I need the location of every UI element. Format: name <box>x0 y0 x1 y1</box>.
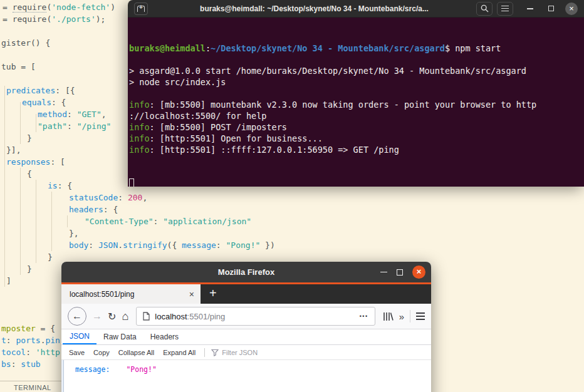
back-icon: ← <box>72 311 82 322</box>
text-token: "path" <box>38 121 67 131</box>
new-tab-button[interactable] <box>134 3 148 15</box>
text-token: "/ping" <box>77 121 112 131</box>
text-token: body <box>69 240 88 250</box>
url-bar[interactable]: localhost:5501/ping ••• <box>136 307 375 326</box>
text-token: } <box>27 264 32 274</box>
overflow-menu-button[interactable]: » <box>399 311 404 322</box>
text-token: = { <box>36 324 55 333</box>
home-button[interactable]: ⌂ <box>122 310 128 323</box>
text-token: . <box>118 240 123 250</box>
library-icon[interactable] <box>383 312 394 321</box>
terminal-body[interactable]: buraks@heimdall:~/Desktop/skynet/No 34 -… <box>128 18 584 187</box>
text-token: : <box>26 348 36 357</box>
toolbar-button-copy[interactable]: Copy <box>93 349 110 356</box>
text-token: : <box>67 121 77 131</box>
minimize-button[interactable] <box>380 272 387 273</box>
terminal-output: buraks@heimdall:~/Desktop/skynet/No 34 -… <box>129 43 583 155</box>
text-token: ) <box>110 3 115 12</box>
text-token: $ npm start <box>445 43 501 53</box>
text-token: ] <box>6 276 11 286</box>
viewer-tab-headers[interactable]: Headers <box>143 329 185 344</box>
page-actions-icon[interactable]: ••• <box>360 313 368 319</box>
text-token: gister() { <box>1 38 50 48</box>
tab-title: localhost:5501/ping <box>70 290 134 299</box>
code-line: statusCode: 200, <box>1 192 584 204</box>
text-token: = <box>3 14 13 24</box>
double-chevron-icon: » <box>399 311 404 322</box>
text-token: , <box>102 110 107 119</box>
text-token: : [ <box>50 157 65 167</box>
viewer-tabs: JSONRaw DataHeaders <box>61 329 431 345</box>
menu-button[interactable] <box>497 2 513 16</box>
terminal-line: info: [http:5501] ::ffff:127.0.0.1:56950… <box>129 144 583 155</box>
toolbar-button-collapse-all[interactable]: Collapse All <box>118 349 154 356</box>
text-token: headers <box>69 205 103 214</box>
text-token: 'node-fetch' <box>51 3 110 12</box>
text-token: predicates <box>6 86 55 95</box>
search-button[interactable] <box>476 2 493 16</box>
toolbar-button-expand-all[interactable]: Expand All <box>163 349 196 356</box>
text-token: : [mb:5500] POST /imposters <box>150 122 287 132</box>
text-token: ); <box>96 14 106 24</box>
text-token: : <box>118 193 128 202</box>
text-token: }, <box>69 229 79 238</box>
terminal-titlebar[interactable]: buraks@heimdall: ~/Desktop/skynet/No 34 … <box>128 0 584 18</box>
minimize-button[interactable] <box>527 8 533 9</box>
app-menu-button[interactable] <box>416 312 425 319</box>
viewer-tab-json[interactable]: JSON <box>63 329 96 344</box>
url-text: localhost:5501/ping <box>155 312 225 321</box>
hamburger-icon <box>501 6 509 12</box>
code-line: headers: { <box>1 204 584 215</box>
search-icon <box>481 4 489 13</box>
toolbar-separator <box>204 348 205 357</box>
text-token: is <box>48 181 58 190</box>
close-button[interactable]: × <box>565 3 578 15</box>
new-tab-button[interactable]: + <box>201 284 226 304</box>
text-token: stringify <box>123 240 167 250</box>
text-token: { <box>27 169 32 178</box>
text-token: } <box>27 133 32 143</box>
text-token: "application/json" <box>163 217 251 226</box>
toolbar-button-save[interactable]: Save <box>69 349 85 356</box>
window-title: Mozilla Firefox <box>61 262 431 282</box>
page-icon <box>143 312 150 321</box>
reload-button[interactable]: ↻ <box>108 311 116 322</box>
forward-button[interactable]: → <box>92 311 102 322</box>
text-token: 'http <box>36 348 60 357</box>
text-token: ://localhost:5500/ for help <box>129 111 266 121</box>
viewer-tab-raw-data[interactable]: Raw Data <box>96 329 143 344</box>
filter-json-input[interactable] <box>222 349 303 356</box>
browser-tab-active[interactable]: localhost:5501/ping × <box>61 284 201 304</box>
text-token: statusCode <box>69 193 118 202</box>
text-token: : { <box>103 205 118 214</box>
panel-tab-terminal[interactable]: TERMINAL <box>14 384 51 391</box>
text-token: info <box>129 100 150 110</box>
terminal-window: buraks@heimdall: ~/Desktop/skynet/No 34 … <box>128 0 584 187</box>
text-token: : { <box>51 98 66 107</box>
text-token: : { <box>58 181 72 190</box>
text-token: tocol <box>1 348 26 357</box>
maximize-button[interactable] <box>548 6 554 11</box>
forward-icon: → <box>92 311 102 321</box>
text-token: : [http:5501] Open for business... <box>150 133 323 143</box>
text-token: info <box>129 133 150 143</box>
text-token: ({ <box>167 240 182 250</box>
text-token: tub = [ <box>1 62 36 71</box>
terminal-title: buraks@heimdall: ~/Desktop/skynet/No 34 … <box>157 4 472 13</box>
tab-close-icon[interactable]: × <box>189 289 194 299</box>
firefox-titlebar[interactable]: Mozilla Firefox × <box>61 262 431 282</box>
code-line: "Content-Type": "application/json" <box>1 215 584 227</box>
home-icon: ⌂ <box>122 310 128 322</box>
maximize-button[interactable] <box>397 269 403 276</box>
text-token: : [mb:5500] mountebank v2.3.0 now taking… <box>150 100 537 110</box>
json-property-row[interactable]: message:"Pong!" <box>75 365 157 374</box>
terminal-line: info: [http:5501] Open for business... <box>129 133 583 144</box>
text-token: > asgard@1.0.0 start /home/buraks/Deskto… <box>129 66 526 76</box>
close-button[interactable]: × <box>412 266 425 279</box>
navigation-toolbar: ← → ↻ ⌂ localhost:5501/ping ••• » <box>61 304 431 329</box>
firefox-window: Mozilla Firefox × localhost:5501/ping × … <box>61 262 431 392</box>
terminal-line: > asgard@1.0.0 start /home/buraks/Deskto… <box>129 65 583 76</box>
text-token: info <box>129 122 150 132</box>
back-button[interactable]: ← <box>68 307 86 326</box>
terminal-line: info: [mb:5500] mountebank v2.3.0 now ta… <box>129 99 583 110</box>
